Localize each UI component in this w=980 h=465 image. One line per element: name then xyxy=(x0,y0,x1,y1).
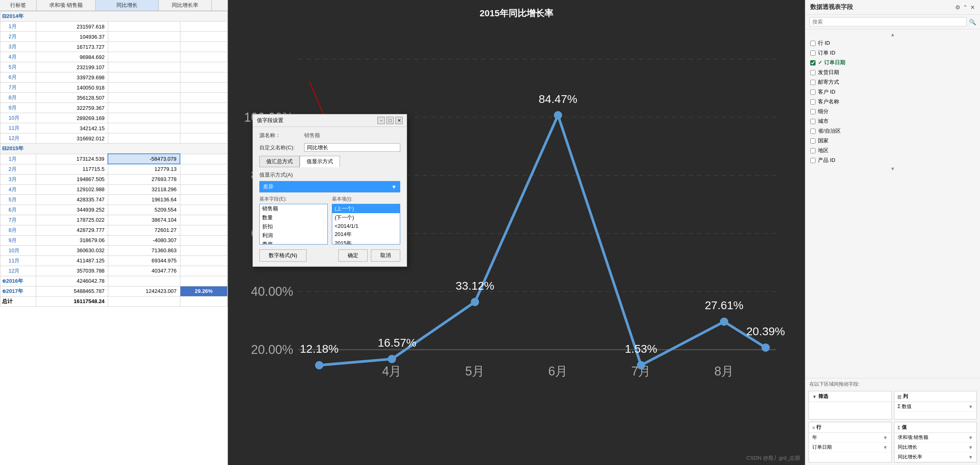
value-zone-item-growth-rate: 同比增长率 ▼ xyxy=(894,452,977,462)
table-row: 3月194867.50527693.778 xyxy=(0,174,228,184)
field-item-quarter[interactable]: 季度 xyxy=(260,240,327,245)
close-button[interactable]: ✕ xyxy=(395,117,403,124)
checkbox-ship-date[interactable] xyxy=(810,70,816,75)
custom-name-row: 自定义名称(C): xyxy=(259,143,400,152)
table-row: 3月167173.727 xyxy=(0,42,228,52)
dialog-titlebar: 值字段设置 － □ ✕ xyxy=(253,114,407,127)
remove-sales-button[interactable]: ▼ xyxy=(968,435,973,441)
svg-text:33.12%: 33.12% xyxy=(456,279,494,292)
item-next[interactable]: (下一个) xyxy=(332,213,400,222)
checkbox-order-date[interactable] xyxy=(810,60,816,65)
base-field-label: 基本字段(E): xyxy=(259,196,328,203)
drag-area-label: 在以下区域间拖动字段: xyxy=(805,378,980,389)
row-zone-header: ≡ 行 xyxy=(809,422,891,433)
right-panel: 数据透视表字段 ⚙ ⌃ ✕ 🔍 ▲ 行 ID 订单 ID ✓ 订单日期 发货日期 xyxy=(805,0,980,465)
item-before2014[interactable]: <2014/1/1 xyxy=(332,222,400,230)
table-row: 10月360630.03271360.863 xyxy=(0,245,228,255)
checkbox-customer-id[interactable] xyxy=(810,90,816,95)
svg-text:84.47%: 84.47% xyxy=(539,93,577,105)
row-zone[interactable]: ≡ 行 年 ▼ 订单日期 ▼ xyxy=(809,422,892,463)
ok-button[interactable]: 确定 xyxy=(338,249,368,262)
checkbox-region[interactable] xyxy=(810,148,816,153)
remove-order-date-button[interactable]: ▼ xyxy=(883,445,888,450)
filter-zone-label: 筛选 xyxy=(818,393,828,400)
cancel-button[interactable]: 取消 xyxy=(371,249,400,262)
field-item-country: 国家 xyxy=(805,136,980,146)
value-zone-label: 值 xyxy=(902,424,907,431)
value-zone-item-growth: 同比增长 ▼ xyxy=(894,443,977,452)
format-number-button[interactable]: 数字格式(N) xyxy=(259,249,307,262)
col-headers: 行标签 求和项:销售额 同比增长 同比增长率 xyxy=(0,0,228,11)
display-mode-label: 值显示方式(A) xyxy=(259,171,400,179)
item-prev[interactable]: (上一个) xyxy=(332,204,400,213)
dialog-tabs: 值汇总方式 值显示方式 xyxy=(259,156,400,167)
field-item-profit[interactable]: 利润 xyxy=(260,231,327,240)
field-item-order-id: 订单 ID xyxy=(805,48,980,58)
settings-icon[interactable]: ⚙ xyxy=(955,4,960,11)
search-input[interactable] xyxy=(809,17,967,26)
tab-display[interactable]: 值显示方式 xyxy=(300,156,340,167)
column-zone-header: ||| 列 xyxy=(894,391,977,402)
maximize-button[interactable]: □ xyxy=(386,117,394,124)
value-zone[interactable]: Σ 值 求和项:销售额 ▼ 同比增长 ▼ 同比增长率 ▼ xyxy=(894,422,977,463)
table-row: ⊟2015年 xyxy=(0,144,228,154)
field-item-discount[interactable]: 折扣 xyxy=(260,222,327,231)
column-icon: ||| xyxy=(898,394,901,399)
remove-values-button[interactable]: ▼ xyxy=(968,404,973,410)
display-mode-select[interactable]: 差异 ▼ xyxy=(259,181,400,192)
svg-text:20.39%: 20.39% xyxy=(746,325,785,338)
custom-name-label: 自定义名称(C): xyxy=(259,144,304,151)
checkbox-city[interactable] xyxy=(810,119,816,124)
remove-year-button[interactable]: ▼ xyxy=(883,435,888,441)
svg-text:40.00%: 40.00% xyxy=(251,284,294,298)
field-item-qty[interactable]: 数量 xyxy=(260,213,327,222)
table-row: 2月104936.37 xyxy=(0,32,228,42)
checkbox-province[interactable] xyxy=(810,129,816,134)
table-data: ⊟2014年 1月231597.618 2月104936.37 3月167173… xyxy=(0,11,228,465)
checkbox-order-id[interactable] xyxy=(810,50,816,56)
checkbox-customer-name[interactable] xyxy=(810,99,816,105)
col-zone-item-values: Σ 数值 ▼ xyxy=(894,402,977,412)
tab-summary[interactable]: 值汇总方式 xyxy=(259,156,300,167)
table-row: 6月339729.698 xyxy=(0,72,228,83)
base-field-listbox[interactable]: 销售额 数量 折扣 利润 季度 年 xyxy=(259,204,328,245)
ok-cancel-buttons: 确定 取消 xyxy=(338,249,400,262)
table-row: 5月232199.107 xyxy=(0,62,228,72)
table-row: 12月316692.012 xyxy=(0,133,228,144)
checkbox-row-id[interactable] xyxy=(810,41,816,46)
item-2015[interactable]: 2015年 xyxy=(332,239,400,245)
data-table: ⊟2014年 1月231597.618 2月104936.37 3月167173… xyxy=(0,11,228,307)
field-item-sales[interactable]: 销售额 xyxy=(260,204,327,213)
field-item-city: 城市 xyxy=(805,116,980,126)
scroll-up-arrow[interactable]: ▲ xyxy=(805,31,980,38)
minimize-button[interactable]: － xyxy=(377,117,385,124)
expand-icon[interactable]: ⌃ xyxy=(963,4,968,11)
svg-point-29 xyxy=(761,343,770,351)
item-2014[interactable]: 2014年 xyxy=(332,230,400,239)
svg-text:20.00%: 20.00% xyxy=(251,343,294,356)
base-item-listbox[interactable]: (上一个) (下一个) <2014/1/1 2014年 2015年 2016年 xyxy=(332,204,400,245)
search-icon[interactable]: 🔍 xyxy=(969,19,976,25)
scroll-down-arrow[interactable]: ▼ xyxy=(805,165,980,172)
custom-name-input[interactable] xyxy=(304,143,400,152)
column-zone[interactable]: ||| 列 Σ 数值 ▼ xyxy=(894,391,977,419)
row-zone-item-order-date: 订单日期 ▼ xyxy=(809,443,891,452)
close-panel-icon[interactable]: ✕ xyxy=(970,4,975,11)
table-row: ⊕2016年 4246042.78 xyxy=(0,276,228,286)
source-name-row: 源名称： 销售额 xyxy=(259,132,400,139)
checkbox-product-id[interactable] xyxy=(810,158,816,163)
field-item-product-id: 产品 ID xyxy=(805,155,980,165)
remove-growth-button[interactable]: ▼ xyxy=(968,445,973,450)
base-field-wrap: 基本字段(E): 销售额 数量 折扣 利润 季度 年 xyxy=(259,196,328,245)
col-b-header: 行标签 xyxy=(0,0,37,11)
checkbox-ship-mode[interactable] xyxy=(810,80,816,85)
field-item-region: 地区 xyxy=(805,146,980,155)
remove-growth-rate-button[interactable]: ▼ xyxy=(968,454,973,460)
checkbox-country[interactable] xyxy=(810,138,816,144)
checkbox-segment[interactable] xyxy=(810,109,816,114)
svg-text:12.18%: 12.18% xyxy=(300,343,338,355)
svg-text:8月: 8月 xyxy=(714,364,734,378)
table-row: 9月322759.367 xyxy=(0,103,228,113)
filter-zone[interactable]: ▼ 筛选 xyxy=(809,391,892,419)
base-item-label: 基本项(I): xyxy=(332,196,400,203)
